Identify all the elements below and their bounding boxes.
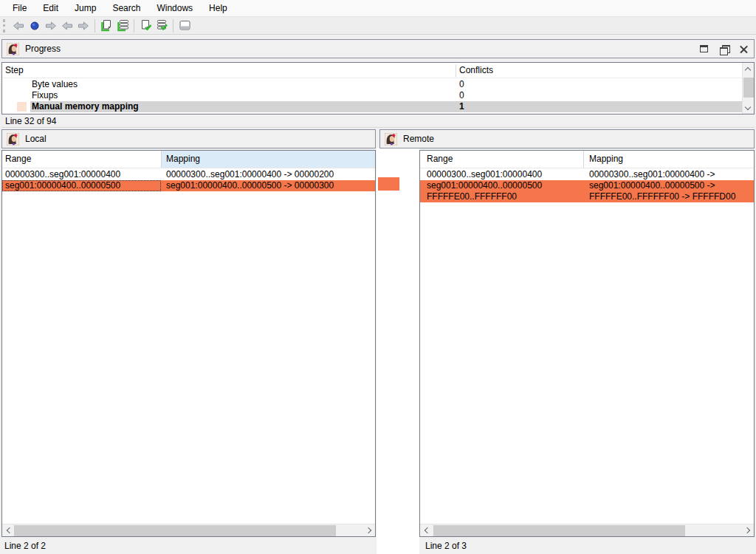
column-header-range[interactable]: Range [420, 151, 583, 168]
remote-status-bar: Line 2 of 3 [419, 538, 756, 553]
scrollbar-thumb[interactable] [743, 78, 754, 98]
remote-title: Remote [403, 134, 434, 144]
scroll-right-button[interactable] [742, 524, 754, 536]
back-arrow-button[interactable] [10, 18, 27, 34]
table-row-selected[interactable]: FFFFFE00..FFFFFF00 FFFFFE00..FFFFFF00 ->… [420, 191, 754, 202]
toolbar [0, 16, 756, 35]
column-header-range[interactable]: Range [2, 151, 161, 168]
current-position-icon [29, 20, 41, 32]
table-row[interactable]: 00000300..seg001:00000400 00000300..seg0… [2, 169, 375, 180]
table-row[interactable]: Fixups 0 [2, 90, 742, 101]
local-title: Local [25, 134, 47, 144]
local-horizontal-scrollbar[interactable] [2, 524, 375, 536]
close-button[interactable] [734, 40, 754, 58]
scrollbar-thumb[interactable] [433, 525, 685, 536]
file-accept-button[interactable] [137, 18, 154, 34]
mapping-cell: FFFFFE00..FFFFFF00 -> FFFFFD00 [583, 191, 754, 202]
remote-horizontal-scrollbar[interactable] [420, 524, 754, 536]
local-titlebar[interactable]: Local [1, 129, 376, 148]
toolbar-separator [173, 19, 173, 33]
menu-file[interactable]: File [4, 0, 35, 16]
forward-arrow-alt-icon [78, 20, 89, 32]
window-icon [179, 19, 191, 32]
mapping-cell: seg001:00000400..00000500 -> 00000300 [161, 180, 375, 191]
chevron-down-icon [745, 103, 751, 109]
back-arrow-alt-icon [61, 20, 73, 32]
mapping-cell: seg001:00000400..00000500 -> 00000200 [583, 180, 754, 191]
table-row[interactable]: 00000300..seg001:00000400 00000300..seg0… [420, 169, 754, 180]
toolbar-grip[interactable] [3, 19, 6, 33]
menu-search[interactable]: Search [104, 0, 148, 16]
column-header-conflicts[interactable]: Conflicts [459, 65, 493, 75]
scroll-up-button[interactable] [742, 63, 754, 75]
forward-arrow-alt-button[interactable] [75, 18, 92, 34]
chevron-left-icon [424, 527, 430, 533]
maximize-icon [700, 45, 708, 52]
back-arrow-alt-button[interactable] [59, 18, 75, 34]
range-cell: seg001:00000400..00000500 [420, 180, 583, 191]
mapping-cell: 00000300..seg001:00000400 -> 00000200 [583, 169, 754, 180]
remote-titlebar[interactable]: Remote [379, 129, 755, 148]
conflict-link-marker [378, 177, 399, 191]
chevron-right-icon [365, 527, 371, 533]
chevron-up-icon [745, 66, 751, 72]
column-divider[interactable] [161, 151, 162, 168]
segments-accept-icon [156, 19, 168, 32]
scroll-left-button[interactable] [2, 524, 14, 536]
ida-logo-icon [7, 43, 19, 55]
progress-titlebar[interactable]: Progress [1, 39, 755, 58]
progress-status-bar: Line 32 of 94 [1, 114, 755, 128]
menu-jump[interactable]: Jump [66, 0, 104, 16]
mapping-cell: 00000300..seg001:00000400 -> 00000200 [161, 169, 375, 180]
current-step-marker [17, 102, 27, 112]
range-cell: 00000300..seg001:00000400 [420, 169, 583, 180]
menu-windows[interactable]: Windows [148, 0, 201, 16]
table-row-selected[interactable]: seg001:00000400..00000500 seg001:0000040… [2, 180, 375, 191]
toolbar-separator [134, 19, 134, 33]
back-arrow-icon [13, 20, 24, 32]
scroll-down-button[interactable] [742, 102, 754, 114]
segments-icon [117, 19, 129, 32]
open-file-icon [100, 19, 113, 32]
window-button[interactable] [176, 18, 193, 34]
menu-edit[interactable]: Edit [35, 0, 66, 16]
segments-accept-button[interactable] [154, 18, 170, 34]
progress-title: Progress [25, 44, 61, 54]
segments-button[interactable] [114, 18, 131, 34]
maximize-button[interactable] [694, 40, 714, 58]
scrollbar-thumb[interactable] [14, 525, 336, 536]
table-row-selected[interactable]: seg001:00000400..00000500 seg001:0000040… [420, 180, 754, 191]
restore-button[interactable] [714, 40, 734, 58]
scroll-right-button[interactable] [363, 524, 375, 536]
scroll-left-button[interactable] [420, 524, 432, 536]
column-divider[interactable] [583, 151, 584, 168]
ida-logo-icon [7, 133, 19, 146]
conflicts-cell: 0 [459, 90, 464, 101]
chevron-right-icon [743, 527, 749, 533]
menu-help[interactable]: Help [201, 0, 236, 16]
file-accept-icon [140, 19, 152, 32]
progress-table-header[interactable]: Step Conflicts [2, 63, 742, 78]
current-position-button[interactable] [27, 18, 43, 34]
range-cell: FFFFFE00..FFFFFF00 [420, 191, 583, 202]
forward-arrow-icon [45, 20, 57, 32]
restore-icon [720, 45, 729, 53]
column-header-mapping[interactable]: Mapping [161, 151, 375, 168]
range-cell: 00000300..seg001:00000400 [2, 169, 161, 180]
column-header-step[interactable]: Step [5, 65, 24, 75]
column-divider[interactable] [456, 64, 456, 77]
ida-logo-icon [385, 133, 397, 146]
range-cell: seg001:00000400..00000500 [2, 180, 161, 191]
remote-table: Range Mapping 00000300..seg001:00000400 … [419, 150, 755, 537]
local-table-header[interactable]: Range Mapping [2, 151, 375, 168]
forward-arrow-button[interactable] [43, 18, 59, 34]
progress-vertical-scrollbar[interactable] [742, 63, 754, 114]
step-cell: Byte values [32, 79, 78, 90]
column-header-mapping[interactable]: Mapping [583, 151, 754, 168]
pane-connector-area [377, 148, 419, 554]
open-file-button[interactable] [98, 18, 114, 34]
table-row-selected[interactable]: Manual memory mapping 1 [2, 101, 742, 112]
remote-table-header[interactable]: Range Mapping [420, 151, 754, 168]
table-row[interactable]: Byte values 0 [2, 79, 742, 90]
toolbar-separator [94, 19, 95, 33]
